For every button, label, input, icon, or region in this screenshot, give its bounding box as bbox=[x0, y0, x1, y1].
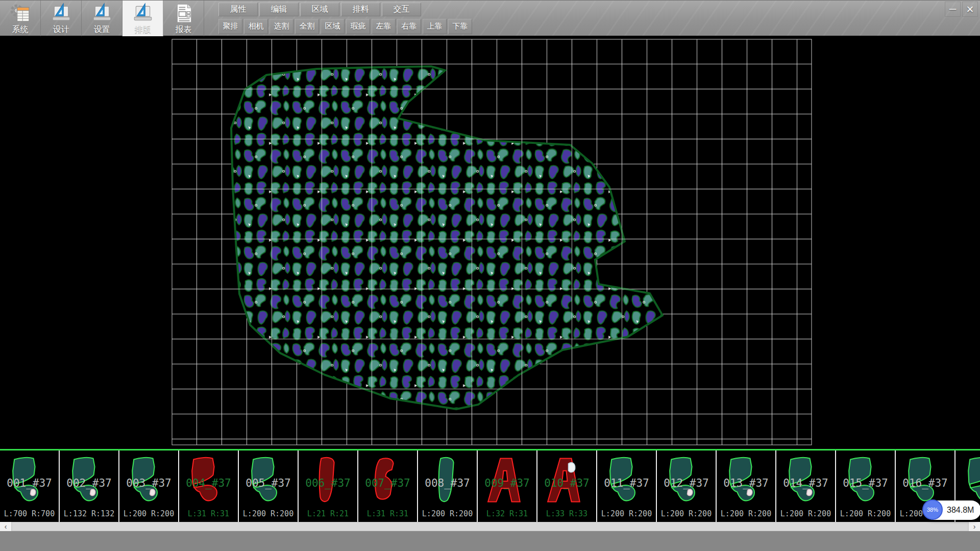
scroll-left-arrow-icon[interactable]: ‹ bbox=[0, 522, 11, 531]
piece-thumbnail[interactable]: 005_#37 L:200 R:200 bbox=[239, 450, 299, 522]
piece-shape bbox=[482, 453, 533, 510]
menu-button[interactable]: 属性 bbox=[218, 3, 258, 16]
piece-thumbnail[interactable]: 013_#37 L:200 R:200 bbox=[717, 450, 776, 522]
piece-shape bbox=[183, 453, 235, 510]
scrollbar-thumb[interactable] bbox=[12, 522, 968, 531]
memory-amount: 384.8M bbox=[943, 506, 980, 515]
menu-row-1: 属性 编辑 区域 排料 交互 bbox=[218, 1, 474, 17]
tab-design[interactable]: 设计 bbox=[41, 1, 82, 36]
menu-button-label: 全割 bbox=[300, 21, 315, 31]
piece-thumbnail[interactable]: 009_#37 L:32 R:31 bbox=[478, 450, 537, 522]
menu-button[interactable]: 下靠 bbox=[448, 19, 472, 34]
menu-button-label: 区域 bbox=[312, 4, 328, 15]
piece-thumbnail[interactable]: 004_#37 L:31 R:31 bbox=[179, 450, 239, 522]
menu-button[interactable]: 全割 bbox=[295, 19, 319, 34]
piece-lr-values: L:700 R:700 bbox=[0, 509, 59, 518]
menu-button[interactable]: 编辑 bbox=[259, 3, 299, 16]
menu-button-label: 瑕疵 bbox=[351, 21, 366, 31]
scroll-right-arrow-icon[interactable]: › bbox=[969, 522, 980, 531]
piece-lr-values: L:200 R:200 bbox=[717, 509, 775, 518]
menu-button[interactable]: 聚排 bbox=[218, 19, 242, 34]
menu-button[interactable]: 瑕疵 bbox=[346, 19, 370, 34]
menu-button-label: 交互 bbox=[394, 4, 410, 15]
horizontal-scrollbar[interactable]: ‹ › bbox=[0, 522, 980, 531]
memory-badge: 38% 384.8M bbox=[924, 500, 980, 520]
window-controls: ─ ✕ bbox=[943, 2, 978, 17]
piece-lr-values: L:200 R:200 bbox=[418, 509, 477, 518]
menu-rows: 属性 编辑 区域 排料 交互 bbox=[204, 1, 474, 36]
piece-lr-values: L:200 R:200 bbox=[776, 509, 835, 518]
tab-nesting-label: 排版 bbox=[135, 24, 151, 35]
laptop-ruler-icon bbox=[91, 3, 113, 24]
piece-shape bbox=[840, 453, 892, 510]
status-bar bbox=[0, 531, 980, 551]
menu-button-label: 选割 bbox=[274, 21, 289, 31]
menu-button[interactable]: 相机 bbox=[244, 19, 268, 34]
piece-thumbnail[interactable]: 010_#37 L:33 R:33 bbox=[537, 450, 597, 522]
piece-lr-values: L:31 R:31 bbox=[179, 509, 238, 518]
piece-thumbnail[interactable]: 011_#37 L:200 R:200 bbox=[597, 450, 657, 522]
tab-report[interactable]: 报表 bbox=[163, 1, 204, 36]
menu-button-label: 区域 bbox=[325, 21, 340, 31]
piece-shape bbox=[243, 453, 295, 510]
piece-shape bbox=[422, 453, 474, 510]
tab-design-label: 设计 bbox=[53, 24, 69, 35]
menu-button[interactable]: 左靠 bbox=[372, 19, 396, 34]
piece-lr-values: L:200 R:200 bbox=[239, 509, 298, 518]
tab-nesting[interactable]: 排版 bbox=[122, 1, 163, 36]
tab-settings[interactable]: 设置 bbox=[82, 1, 122, 36]
menu-button-label: 聚排 bbox=[223, 21, 238, 31]
piece-shape bbox=[124, 453, 175, 510]
piece-shape bbox=[362, 453, 414, 510]
piece-shape bbox=[661, 453, 713, 510]
close-button[interactable]: ✕ bbox=[962, 2, 978, 17]
menu-button[interactable]: 排料 bbox=[341, 3, 380, 16]
tab-system[interactable]: 系统 bbox=[0, 1, 41, 36]
memory-percent: 38% bbox=[922, 499, 943, 520]
piece-thumbnail[interactable]: 008_#37 L:200 R:200 bbox=[418, 450, 478, 522]
menu-button[interactable]: 区域 bbox=[300, 3, 339, 16]
piece-thumbnail[interactable]: 003_#37 L:200 R:200 bbox=[119, 450, 179, 522]
piece-thumbnail[interactable]: 002_#37 L:132 R:132 bbox=[60, 450, 119, 522]
menu-row-2: 聚排 相机 选割 全割 区域 瑕疵 bbox=[218, 17, 474, 36]
piece-thumbnail[interactable]: 012_#37 L:200 R:200 bbox=[657, 450, 717, 522]
menu-button[interactable]: 选割 bbox=[270, 19, 293, 34]
menu-button-label: 排料 bbox=[353, 4, 369, 15]
piece-thumbnail[interactable]: 001_#37 L:700 R:700 bbox=[0, 450, 60, 522]
piece-shape bbox=[303, 453, 354, 510]
menu-button[interactable]: 交互 bbox=[382, 3, 421, 16]
gear-table-icon bbox=[10, 3, 31, 24]
piece-thumbnail[interactable]: 006_#37 L:21 R:21 bbox=[299, 450, 358, 522]
menu-button-label: 左靠 bbox=[376, 21, 391, 31]
piece-thumbnail[interactable]: 015_#37 L:200 R:200 bbox=[836, 450, 896, 522]
piece-lr-values: L:200 R:200 bbox=[657, 509, 716, 518]
document-icon bbox=[173, 3, 194, 24]
menu-button-label: 右靠 bbox=[402, 21, 417, 31]
piece-thumbnail[interactable]: 014_#37 L:200 R:200 bbox=[776, 450, 836, 522]
piece-thumbnail[interactable]: 007_#37 L:31 R:31 bbox=[358, 450, 418, 522]
menu-button[interactable]: 区域 bbox=[321, 19, 345, 34]
piece-lr-values: L:200 R:200 bbox=[836, 509, 895, 518]
menu-button[interactable]: 上靠 bbox=[423, 19, 447, 34]
piece-lr-values: L:32 R:31 bbox=[478, 509, 536, 518]
piece-lr-values: L:200 R:200 bbox=[119, 509, 178, 518]
piece-shape bbox=[4, 453, 56, 510]
minimize-button[interactable]: ─ bbox=[945, 2, 961, 17]
laptop-ruler-icon bbox=[132, 3, 154, 24]
nesting-canvas-svg bbox=[0, 36, 980, 449]
menu-button[interactable]: 右靠 bbox=[397, 19, 421, 34]
menu-button-label: 编辑 bbox=[271, 4, 287, 15]
piece-shape bbox=[542, 453, 593, 510]
nesting-canvas[interactable] bbox=[0, 36, 980, 449]
piece-thumbnail-strip: 001_#37 L:700 R:700 002_#37 L:132 R:132 … bbox=[0, 449, 980, 522]
tab-settings-label: 设置 bbox=[94, 24, 110, 35]
menu-button-label: 相机 bbox=[249, 21, 264, 31]
piece-shape bbox=[601, 453, 653, 510]
piece-shape bbox=[721, 453, 772, 510]
piece-lr-values: L:31 R:31 bbox=[358, 509, 417, 518]
piece-lr-values: L:200 R:200 bbox=[597, 509, 656, 518]
piece-lr-values: L:21 R:21 bbox=[299, 509, 357, 518]
piece-lr-values: L:132 R:132 bbox=[60, 509, 118, 518]
piece-shape bbox=[780, 453, 832, 510]
menu-button-label: 下靠 bbox=[453, 21, 468, 31]
